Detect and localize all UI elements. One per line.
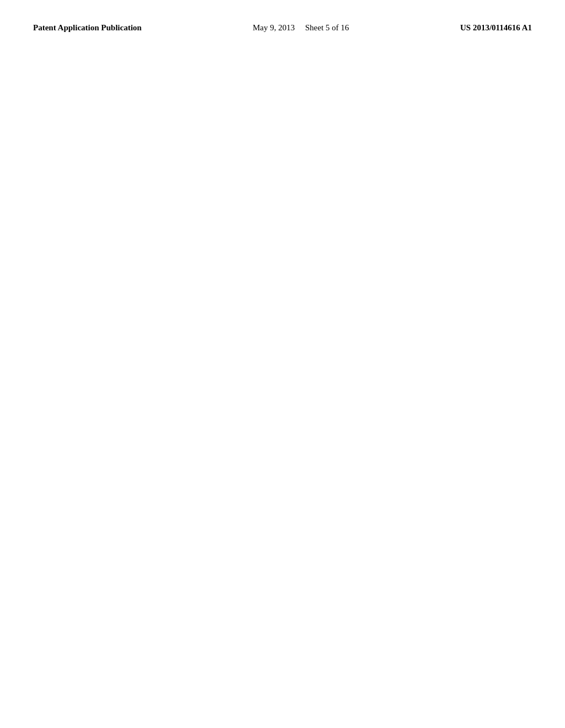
header-center: May 9, 2013 Sheet 5 of 16 <box>253 22 349 34</box>
patent-publication-label: Patent Application Publication <box>33 22 142 34</box>
header: Patent Application Publication May 9, 20… <box>33 22 532 34</box>
patent-number-label: US 2013/0114616 A1 <box>460 22 532 34</box>
sheet-label: Sheet 5 of 16 <box>305 23 349 32</box>
date-label: May 9, 2013 <box>253 23 295 32</box>
page: Patent Application Publication May 9, 20… <box>0 0 565 728</box>
